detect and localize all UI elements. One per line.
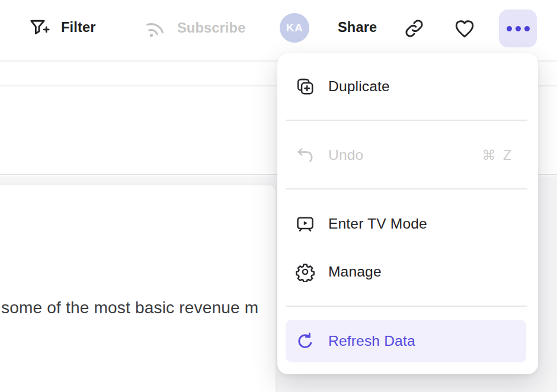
menu-item-manage[interactable]: Manage [286, 250, 526, 293]
copy-link-button[interactable] [402, 17, 426, 40]
menu-item-enter-tv-mode[interactable]: Enter TV Mode [286, 203, 526, 245]
duplicate-icon [295, 76, 315, 97]
tv-mode-icon [295, 214, 315, 234]
favorite-button[interactable] [452, 16, 477, 41]
background-card-lower [0, 185, 276, 392]
more-options-button[interactable] [499, 9, 537, 47]
app-screen: some of the most basic revenue m Filter … [0, 0, 557, 392]
subscribe-label: Subscribe [177, 20, 245, 36]
filter-funnel-plus-icon [28, 17, 50, 38]
menu-divider [286, 306, 527, 307]
share-button[interactable]: Share [338, 20, 377, 36]
share-label: Share [338, 20, 377, 36]
menu-item-undo-disabled[interactable]: Undo ⌘ Z [286, 139, 526, 172]
avatar-initials: KA [286, 21, 303, 34]
menu-item-duplicate[interactable]: Duplicate [286, 70, 526, 103]
enter-tv-mode-label: Enter TV Mode [328, 216, 427, 232]
more-options-menu: Duplicate Undo ⌘ Z Enter TV M [277, 53, 538, 374]
subscribe-button[interactable]: Subscribe [144, 17, 245, 39]
undo-icon [295, 145, 315, 165]
menu-item-refresh-data[interactable]: Refresh Data [286, 320, 526, 362]
gear-icon [295, 262, 315, 282]
undo-shortcut: ⌘ Z [482, 147, 526, 163]
filter-label: Filter [61, 20, 96, 36]
ellipsis-dot [516, 26, 521, 31]
avatar[interactable]: KA [280, 13, 309, 43]
refresh-data-label: Refresh Data [328, 333, 415, 349]
ellipsis-dot [524, 26, 530, 31]
refresh-icon [295, 331, 315, 351]
filter-button[interactable]: Filter [28, 17, 96, 38]
rss-subscribe-icon [144, 17, 167, 39]
menu-divider [286, 120, 527, 121]
ellipsis-dot [507, 26, 512, 31]
link-icon [403, 17, 425, 40]
heart-icon [453, 17, 476, 40]
background-paragraph: some of the most basic revenue m [1, 297, 275, 319]
manage-label: Manage [328, 264, 382, 280]
menu-divider [286, 188, 527, 189]
undo-label: Undo [328, 147, 363, 163]
duplicate-label: Duplicate [328, 78, 390, 95]
